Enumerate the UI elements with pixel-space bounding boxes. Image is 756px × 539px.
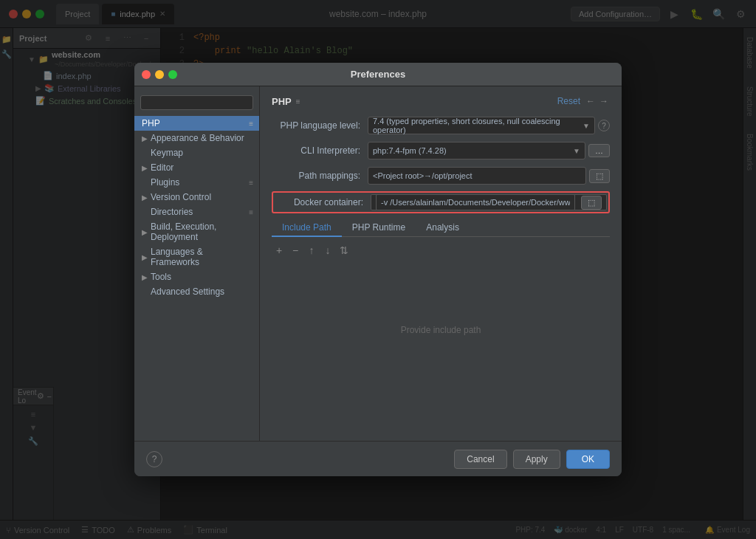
modal-traffic-lights bbox=[142, 70, 177, 79]
remove-path-button[interactable]: − bbox=[288, 243, 303, 258]
ok-button[interactable]: OK bbox=[566, 450, 610, 469]
sidebar-item-editor[interactable]: ▶ Editor bbox=[134, 160, 259, 175]
modal-body: PHP ≡ ▶ Appearance & Behavior Keymap ▶ E… bbox=[134, 86, 622, 441]
path-mappings-value: <Project root>→/opt/project bbox=[373, 171, 472, 180]
modal-search-container bbox=[134, 92, 259, 113]
modal-footer: ? Cancel Apply OK bbox=[134, 441, 622, 476]
modal-search-input[interactable] bbox=[140, 95, 253, 110]
keymap-label: Keymap bbox=[151, 148, 183, 158]
cancel-button[interactable]: Cancel bbox=[454, 450, 506, 469]
move-up-button[interactable]: ↑ bbox=[304, 243, 319, 258]
docker-container-label: Docker container: bbox=[275, 197, 371, 207]
appearance-label: Appearance & Behavior bbox=[151, 133, 244, 143]
vc-label: Version Control bbox=[151, 192, 211, 202]
dir-gear-icon: ≡ bbox=[249, 208, 253, 216]
sidebar-item-appearance[interactable]: ▶ Appearance & Behavior bbox=[134, 131, 259, 145]
include-path-content: Provide include path bbox=[272, 264, 610, 396]
modal-close-button[interactable] bbox=[142, 70, 151, 79]
editor-arrow: ▶ bbox=[142, 164, 148, 172]
add-path-button[interactable]: + bbox=[272, 243, 286, 258]
php-language-level-label: PHP language level: bbox=[272, 120, 368, 131]
cli-interpreter-control: php:7.4-fpm (7.4.28) ▼ … bbox=[368, 142, 610, 159]
php-menu-icon: ≡ bbox=[296, 97, 300, 106]
modal-maximize-button[interactable] bbox=[168, 70, 177, 79]
sidebar-item-tools[interactable]: ▶ Tools bbox=[134, 270, 259, 284]
php-item-gear-icon: ≡ bbox=[249, 120, 253, 128]
analysis-tab[interactable]: Analysis bbox=[416, 219, 470, 237]
modal-overlay: Preferences PHP ≡ ▶ Appearance & Behavio… bbox=[0, 0, 756, 539]
tab-content-toolbar: + − ↑ ↓ ⇅ bbox=[272, 243, 610, 258]
lang-label: Languages & Frameworks bbox=[151, 247, 253, 267]
modal-titlebar: Preferences bbox=[134, 63, 622, 86]
tools-label: Tools bbox=[151, 272, 171, 282]
php-item-label: PHP bbox=[142, 118, 160, 128]
sidebar-item-plugins[interactable]: Plugins ≡ bbox=[134, 175, 259, 190]
path-mappings-browse-button[interactable]: ⬚ bbox=[589, 169, 610, 183]
vc-arrow: ▶ bbox=[142, 193, 148, 202]
sort-button[interactable]: ⇅ bbox=[337, 243, 351, 258]
path-mappings-select[interactable]: <Project root>→/opt/project bbox=[368, 167, 586, 185]
advanced-label: Advanced Settings bbox=[151, 286, 224, 297]
section-header: PHP ≡ Reset ← → bbox=[272, 95, 610, 107]
docker-container-input[interactable] bbox=[376, 194, 575, 210]
section-title-container: PHP ≡ bbox=[272, 96, 300, 107]
preferences-modal: Preferences PHP ≡ ▶ Appearance & Behavio… bbox=[134, 63, 622, 476]
cli-browse-button[interactable]: … bbox=[588, 144, 610, 157]
appearance-arrow: ▶ bbox=[142, 134, 148, 143]
build-arrow: ▶ bbox=[142, 228, 148, 236]
plugins-gear-icon: ≡ bbox=[249, 179, 253, 187]
section-title-text: PHP bbox=[272, 96, 292, 107]
modal-content: PHP ≡ Reset ← → PHP language level: bbox=[260, 86, 622, 441]
nav-arrows: ← → bbox=[585, 95, 610, 107]
back-arrow-button[interactable]: ← bbox=[585, 95, 597, 107]
php-language-level-control: 7.4 (typed properties, short closures, n… bbox=[368, 117, 610, 134]
sidebar-item-languages[interactable]: ▶ Languages & Frameworks bbox=[134, 244, 259, 270]
lang-arrow: ▶ bbox=[142, 253, 148, 261]
header-controls: Reset ← → bbox=[557, 95, 610, 107]
path-mappings-control: <Project root>→/opt/project ⬚ bbox=[368, 167, 610, 185]
path-mappings-label: Path mappings: bbox=[272, 171, 368, 181]
content-tabs-bar: Include Path PHP Runtime Analysis bbox=[272, 219, 610, 237]
apply-button[interactable]: Apply bbox=[513, 450, 560, 469]
tools-arrow: ▶ bbox=[142, 273, 148, 281]
build-label: Build, Execution, Deployment bbox=[151, 222, 253, 242]
provide-path-text: Provide include path bbox=[401, 325, 481, 335]
path-mappings-row: Path mappings: <Project root>→/opt/proje… bbox=[272, 166, 610, 185]
php-language-level-value: 7.4 (typed properties, short closures, n… bbox=[373, 117, 583, 134]
cli-interpreter-label: CLI Interpreter: bbox=[272, 145, 368, 156]
docker-container-row: Docker container: ⬚ bbox=[272, 191, 610, 213]
sidebar-item-php[interactable]: PHP ≡ bbox=[134, 116, 259, 131]
sidebar-item-version-control[interactable]: ▶ Version Control bbox=[134, 190, 259, 205]
modal-sidebar: PHP ≡ ▶ Appearance & Behavior Keymap ▶ E… bbox=[134, 86, 260, 441]
docker-container-control: ⬚ bbox=[371, 194, 607, 210]
sidebar-item-build[interactable]: ▶ Build, Execution, Deployment bbox=[134, 219, 259, 244]
cli-interpreter-row: CLI Interpreter: php:7.4-fpm (7.4.28) ▼ … bbox=[272, 141, 610, 160]
info-icon[interactable]: ? bbox=[598, 120, 610, 131]
docker-browse-button[interactable]: ⬚ bbox=[581, 196, 602, 210]
sidebar-item-directories[interactable]: Directories ≡ bbox=[134, 205, 259, 219]
dir-label: Directories bbox=[151, 207, 193, 217]
editor-label: Editor bbox=[151, 162, 173, 173]
cli-interpreter-select[interactable]: php:7.4-fpm (7.4.28) ▼ bbox=[368, 142, 585, 159]
reset-button[interactable]: Reset bbox=[557, 96, 580, 106]
docker-container-inner: Docker container: ⬚ bbox=[275, 194, 607, 210]
modal-minimize-button[interactable] bbox=[155, 70, 164, 79]
cli-interpreter-value: php:7.4-fpm (7.4.28) bbox=[373, 146, 447, 155]
cli-chevron-icon: ▼ bbox=[573, 147, 580, 155]
include-path-tab[interactable]: Include Path bbox=[272, 219, 342, 237]
php-runtime-tab[interactable]: PHP Runtime bbox=[342, 219, 416, 237]
php-language-level-select[interactable]: 7.4 (typed properties, short closures, n… bbox=[368, 117, 595, 134]
plugins-label: Plugins bbox=[151, 177, 179, 188]
move-down-button[interactable]: ↓ bbox=[320, 243, 335, 258]
php-language-level-row: PHP language level: 7.4 (typed propertie… bbox=[272, 116, 610, 135]
modal-title: Preferences bbox=[351, 69, 405, 80]
sidebar-item-advanced[interactable]: Advanced Settings bbox=[134, 284, 259, 299]
chevron-down-icon: ▼ bbox=[583, 122, 590, 130]
help-button[interactable]: ? bbox=[146, 451, 162, 467]
sidebar-item-keymap[interactable]: Keymap bbox=[134, 145, 259, 160]
forward-arrow-button[interactable]: → bbox=[598, 95, 610, 107]
